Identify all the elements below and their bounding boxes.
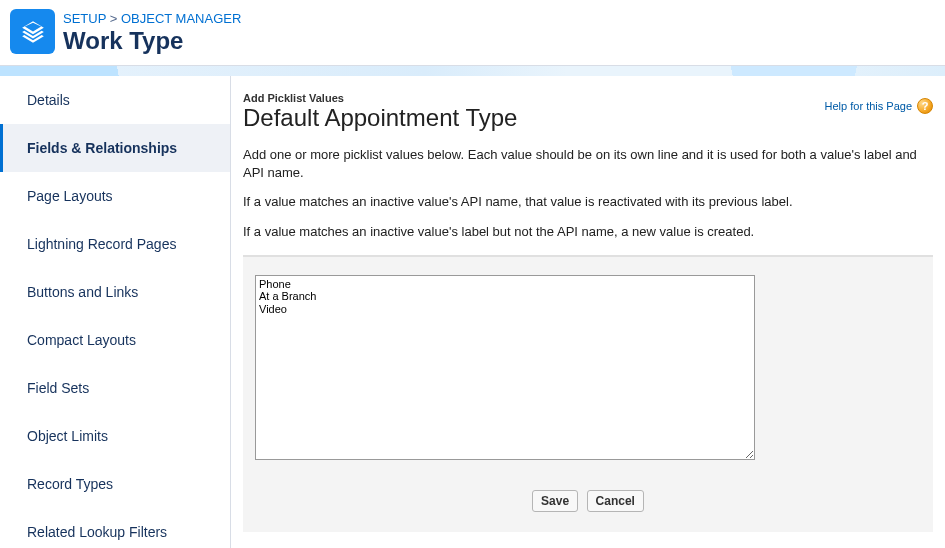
- page-heading: Default Appointment Type: [243, 104, 517, 132]
- help-wrap: Help for this Page ?: [825, 92, 933, 114]
- content-top: Add Picklist Values Default Appointment …: [243, 92, 933, 146]
- sidebar-item-label: Record Types: [27, 476, 113, 492]
- sidebar-item-label: Related Lookup Filters: [27, 524, 167, 540]
- sidebar-item-record-types[interactable]: Record Types: [0, 460, 230, 508]
- form-block: Save Cancel: [243, 255, 933, 532]
- sidebar-item-field-sets[interactable]: Field Sets: [0, 364, 230, 412]
- sidebar-item-label: Lightning Record Pages: [27, 236, 176, 252]
- description-1: Add one or more picklist values below. E…: [243, 146, 933, 181]
- heading-block: Add Picklist Values Default Appointment …: [243, 92, 517, 146]
- breadcrumb-setup[interactable]: Setup: [63, 11, 106, 26]
- sidebar-item-page-layouts[interactable]: Page Layouts: [0, 172, 230, 220]
- page-title: Work Type: [63, 27, 241, 56]
- button-row: Save Cancel: [255, 484, 921, 520]
- sidebar-item-fields-relationships[interactable]: Fields & Relationships: [0, 124, 230, 172]
- description-3: If a value matches an inactive value's l…: [243, 223, 933, 241]
- sidebar: Details Fields & Relationships Page Layo…: [0, 76, 231, 548]
- sidebar-item-label: Buttons and Links: [27, 284, 138, 300]
- layout: Details Fields & Relationships Page Layo…: [0, 76, 945, 548]
- cancel-button[interactable]: Cancel: [587, 490, 644, 512]
- picklist-values-textarea[interactable]: [255, 275, 755, 460]
- breadcrumb-object-manager[interactable]: Object Manager: [121, 11, 241, 26]
- sidebar-item-label: Object Limits: [27, 428, 108, 444]
- sidebar-item-compact-layouts[interactable]: Compact Layouts: [0, 316, 230, 364]
- help-icon[interactable]: ?: [917, 98, 933, 114]
- sidebar-item-label: Field Sets: [27, 380, 89, 396]
- sidebar-item-buttons-and-links[interactable]: Buttons and Links: [0, 268, 230, 316]
- sidebar-item-label: Page Layouts: [27, 188, 113, 204]
- sidebar-item-lightning-record-pages[interactable]: Lightning Record Pages: [0, 220, 230, 268]
- description-2: If a value matches an inactive value's A…: [243, 193, 933, 211]
- sidebar-item-label: Fields & Relationships: [27, 140, 177, 156]
- sidebar-item-label: Compact Layouts: [27, 332, 136, 348]
- header-text: Setup > Object Manager Work Type: [63, 8, 241, 55]
- sidebar-item-related-lookup-filters[interactable]: Related Lookup Filters: [0, 508, 230, 548]
- help-link[interactable]: Help for this Page: [825, 100, 912, 112]
- save-button[interactable]: Save: [532, 490, 578, 512]
- content: Add Picklist Values Default Appointment …: [231, 76, 945, 548]
- sidebar-item-details[interactable]: Details: [0, 76, 230, 124]
- object-icon: [10, 9, 55, 54]
- layers-icon: [20, 19, 46, 45]
- sidebar-item-label: Details: [27, 92, 70, 108]
- breadcrumb: Setup > Object Manager: [63, 8, 241, 27]
- gradient-bar: [0, 66, 945, 76]
- breadcrumb-sep: >: [110, 11, 118, 26]
- subheader: Add Picklist Values: [243, 92, 517, 104]
- sidebar-item-object-limits[interactable]: Object Limits: [0, 412, 230, 460]
- header: Setup > Object Manager Work Type: [0, 0, 945, 66]
